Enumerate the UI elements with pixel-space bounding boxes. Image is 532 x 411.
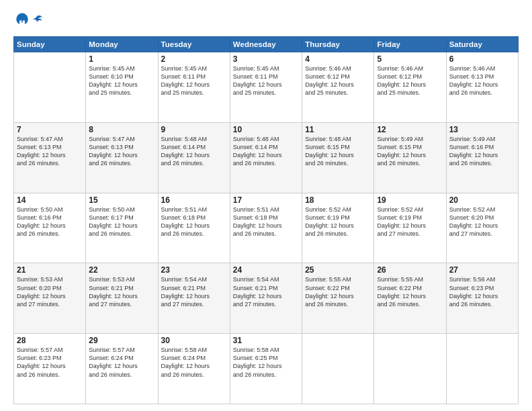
cell-info: Sunrise: 5:47 AM Sunset: 6:13 PM Dayligh…: [89, 135, 154, 168]
day-number: 29: [89, 336, 154, 345]
cell-info: Sunrise: 5:53 AM Sunset: 6:21 PM Dayligh…: [89, 275, 154, 308]
day-number: 30: [161, 336, 227, 345]
cell-info: Sunrise: 5:54 AM Sunset: 6:21 PM Dayligh…: [233, 275, 299, 308]
day-number: 25: [305, 265, 371, 275]
cell-info: Sunrise: 5:51 AM Sunset: 6:18 PM Dayligh…: [161, 205, 227, 238]
day-number: 16: [161, 195, 227, 205]
calendar-cell: 3Sunrise: 5:45 AM Sunset: 6:11 PM Daylig…: [230, 52, 302, 123]
weekday-header-friday: Friday: [374, 37, 446, 52]
calendar-cell: [446, 334, 518, 404]
cell-info: Sunrise: 5:56 AM Sunset: 6:23 PM Dayligh…: [449, 275, 515, 308]
calendar-cell: 2Sunrise: 5:45 AM Sunset: 6:11 PM Daylig…: [158, 52, 230, 123]
day-number: 27: [449, 265, 515, 275]
logo-bird-icon: [30, 14, 44, 28]
cell-info: Sunrise: 5:58 AM Sunset: 6:25 PM Dayligh…: [233, 346, 299, 379]
day-number: 19: [377, 195, 443, 205]
cell-info: Sunrise: 5:48 AM Sunset: 6:15 PM Dayligh…: [305, 135, 371, 168]
calendar-cell: 1Sunrise: 5:45 AM Sunset: 6:10 PM Daylig…: [86, 52, 158, 123]
calendar-cell: 23Sunrise: 5:54 AM Sunset: 6:21 PM Dayli…: [158, 263, 230, 334]
calendar-body: 1Sunrise: 5:45 AM Sunset: 6:10 PM Daylig…: [14, 52, 519, 404]
calendar-cell: 9Sunrise: 5:48 AM Sunset: 6:14 PM Daylig…: [158, 122, 230, 193]
cell-info: Sunrise: 5:45 AM Sunset: 6:11 PM Dayligh…: [233, 64, 299, 97]
calendar-cell: 22Sunrise: 5:53 AM Sunset: 6:21 PM Dayli…: [86, 263, 158, 334]
day-number: 31: [233, 336, 299, 345]
day-number: 7: [17, 125, 83, 134]
weekday-header-wednesday: Wednesday: [230, 37, 302, 52]
day-number: 10: [233, 125, 299, 134]
calendar-cell: 24Sunrise: 5:54 AM Sunset: 6:21 PM Dayli…: [230, 263, 302, 334]
day-number: 24: [233, 265, 299, 275]
day-number: 5: [377, 54, 443, 64]
cell-info: Sunrise: 5:53 AM Sunset: 6:20 PM Dayligh…: [17, 275, 83, 308]
weekday-header-thursday: Thursday: [302, 37, 374, 52]
day-number: 17: [233, 195, 299, 205]
calendar-cell: 26Sunrise: 5:55 AM Sunset: 6:22 PM Dayli…: [374, 263, 446, 334]
header: [13, 12, 519, 30]
cell-info: Sunrise: 5:45 AM Sunset: 6:11 PM Dayligh…: [161, 64, 227, 97]
calendar-week-2: 7Sunrise: 5:47 AM Sunset: 6:13 PM Daylig…: [14, 122, 519, 193]
calendar-cell: [374, 334, 446, 404]
calendar-week-3: 14Sunrise: 5:50 AM Sunset: 6:16 PM Dayli…: [14, 193, 519, 263]
calendar-cell: 25Sunrise: 5:55 AM Sunset: 6:22 PM Dayli…: [302, 263, 374, 334]
calendar-cell: 5Sunrise: 5:46 AM Sunset: 6:12 PM Daylig…: [374, 52, 446, 123]
day-number: 12: [377, 125, 443, 134]
cell-info: Sunrise: 5:52 AM Sunset: 6:19 PM Dayligh…: [377, 205, 443, 238]
cell-info: Sunrise: 5:48 AM Sunset: 6:14 PM Dayligh…: [161, 135, 227, 168]
cell-info: Sunrise: 5:52 AM Sunset: 6:19 PM Dayligh…: [305, 205, 371, 238]
cell-info: Sunrise: 5:46 AM Sunset: 6:13 PM Dayligh…: [449, 64, 515, 97]
calendar-cell: 16Sunrise: 5:51 AM Sunset: 6:18 PM Dayli…: [158, 193, 230, 263]
calendar-cell: 12Sunrise: 5:49 AM Sunset: 6:15 PM Dayli…: [374, 122, 446, 193]
calendar-cell: 10Sunrise: 5:48 AM Sunset: 6:14 PM Dayli…: [230, 122, 302, 193]
cell-info: Sunrise: 5:51 AM Sunset: 6:18 PM Dayligh…: [233, 205, 299, 238]
day-number: 23: [161, 265, 227, 275]
logo-icon: [15, 12, 30, 27]
calendar-cell: 17Sunrise: 5:51 AM Sunset: 6:18 PM Dayli…: [230, 193, 302, 263]
weekday-header-monday: Monday: [86, 37, 158, 52]
calendar-cell: 6Sunrise: 5:46 AM Sunset: 6:13 PM Daylig…: [446, 52, 518, 123]
cell-info: Sunrise: 5:49 AM Sunset: 6:16 PM Dayligh…: [449, 135, 515, 168]
calendar-cell: 8Sunrise: 5:47 AM Sunset: 6:13 PM Daylig…: [86, 122, 158, 193]
cell-info: Sunrise: 5:49 AM Sunset: 6:15 PM Dayligh…: [377, 135, 443, 168]
day-number: 21: [17, 265, 83, 275]
weekday-header-sunday: Sunday: [14, 37, 86, 52]
day-number: 4: [305, 54, 371, 64]
page: SundayMondayTuesdayWednesdayThursdayFrid…: [0, 0, 532, 411]
day-number: 6: [449, 54, 515, 64]
calendar-week-1: 1Sunrise: 5:45 AM Sunset: 6:10 PM Daylig…: [14, 52, 519, 123]
weekday-header-saturday: Saturday: [446, 37, 518, 52]
day-number: 28: [17, 336, 83, 345]
cell-info: Sunrise: 5:48 AM Sunset: 6:14 PM Dayligh…: [233, 135, 299, 168]
calendar-cell: 20Sunrise: 5:52 AM Sunset: 6:20 PM Dayli…: [446, 193, 518, 263]
day-number: 15: [89, 195, 154, 205]
cell-info: Sunrise: 5:57 AM Sunset: 6:24 PM Dayligh…: [89, 346, 154, 379]
calendar-cell: 30Sunrise: 5:58 AM Sunset: 6:24 PM Dayli…: [158, 334, 230, 404]
day-number: 18: [305, 195, 371, 205]
cell-info: Sunrise: 5:58 AM Sunset: 6:24 PM Dayligh…: [161, 346, 227, 379]
logo: [13, 12, 44, 30]
calendar-cell: 19Sunrise: 5:52 AM Sunset: 6:19 PM Dayli…: [374, 193, 446, 263]
cell-info: Sunrise: 5:50 AM Sunset: 6:16 PM Dayligh…: [17, 205, 83, 238]
calendar-cell: 14Sunrise: 5:50 AM Sunset: 6:16 PM Dayli…: [14, 193, 86, 263]
calendar-cell: 15Sunrise: 5:50 AM Sunset: 6:17 PM Dayli…: [86, 193, 158, 263]
day-number: 11: [305, 125, 371, 134]
calendar-cell: 31Sunrise: 5:58 AM Sunset: 6:25 PM Dayli…: [230, 334, 302, 404]
day-number: 9: [161, 125, 227, 134]
calendar-cell: [302, 334, 374, 404]
cell-info: Sunrise: 5:45 AM Sunset: 6:10 PM Dayligh…: [89, 64, 154, 97]
cell-info: Sunrise: 5:46 AM Sunset: 6:12 PM Dayligh…: [377, 64, 443, 97]
day-number: 2: [161, 54, 227, 64]
cell-info: Sunrise: 5:47 AM Sunset: 6:13 PM Dayligh…: [17, 135, 83, 168]
calendar-cell: 7Sunrise: 5:47 AM Sunset: 6:13 PM Daylig…: [14, 122, 86, 193]
calendar-cell: 13Sunrise: 5:49 AM Sunset: 6:16 PM Dayli…: [446, 122, 518, 193]
cell-info: Sunrise: 5:55 AM Sunset: 6:22 PM Dayligh…: [377, 275, 443, 308]
calendar-table: SundayMondayTuesdayWednesdayThursdayFrid…: [13, 36, 519, 404]
cell-info: Sunrise: 5:50 AM Sunset: 6:17 PM Dayligh…: [89, 205, 154, 238]
calendar-cell: 11Sunrise: 5:48 AM Sunset: 6:15 PM Dayli…: [302, 122, 374, 193]
weekday-header-tuesday: Tuesday: [158, 37, 230, 52]
cell-info: Sunrise: 5:52 AM Sunset: 6:20 PM Dayligh…: [449, 205, 515, 238]
calendar-cell: 27Sunrise: 5:56 AM Sunset: 6:23 PM Dayli…: [446, 263, 518, 334]
cell-info: Sunrise: 5:57 AM Sunset: 6:23 PM Dayligh…: [17, 346, 83, 379]
calendar-cell: 21Sunrise: 5:53 AM Sunset: 6:20 PM Dayli…: [14, 263, 86, 334]
day-number: 8: [89, 125, 154, 134]
day-number: 13: [449, 125, 515, 134]
